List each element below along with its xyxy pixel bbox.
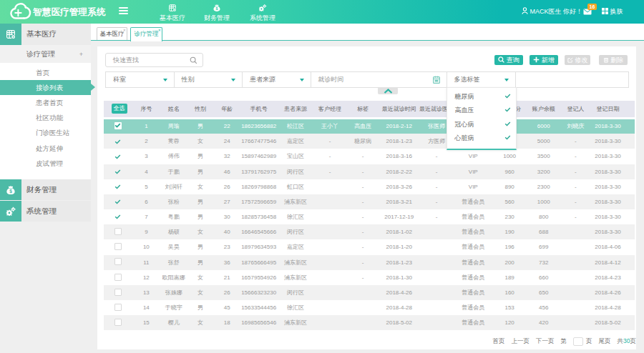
svg-text:$: $ (9, 188, 12, 194)
svg-text:$: $ (216, 6, 218, 11)
